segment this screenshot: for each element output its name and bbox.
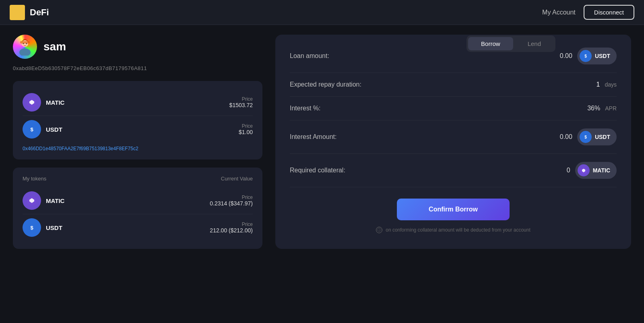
repay-duration-unit: days	[605, 81, 617, 88]
interest-amount-label: Interest Amount:	[290, 133, 337, 141]
interest-usdt-icon: $	[580, 131, 592, 143]
disclaimer-row: ⓘ on conforming collateral amount will b…	[290, 227, 617, 233]
usdt-price-right: Price $1.00	[239, 123, 253, 135]
my-matic-name: MATIC	[46, 197, 64, 204]
usdt-icon-market: $	[23, 120, 41, 139]
my-matic-amount: 0.2314 ($347.97)	[210, 200, 253, 207]
repay-duration-right: 1 days	[597, 81, 617, 88]
tab-lend[interactable]: Lend	[515, 37, 554, 50]
my-token-left-usdt: $ USDT	[23, 218, 62, 237]
token-row-usdt-market: $ USDT Price $1.00	[23, 116, 253, 143]
username: sam	[43, 40, 66, 53]
logo-icon	[10, 5, 25, 20]
usdt-badge-icon: $	[580, 50, 592, 62]
matic-price-right: Price $1503.72	[229, 96, 253, 108]
matic-price-label: Price	[229, 96, 253, 102]
matic-icon-mytoken	[23, 191, 41, 210]
interest-percent-value: 36%	[587, 105, 600, 112]
loan-amount-right: 0.00 $ USDT	[560, 48, 617, 64]
loan-currency-badge[interactable]: $ USDT	[577, 48, 617, 64]
borrow-form: Loan amount: 0.00 $ USDT	[290, 48, 617, 233]
svg-point-1	[19, 48, 31, 56]
collateral-value: 0	[567, 167, 570, 174]
matic-name-market: MATIC	[46, 99, 64, 106]
svg-text:$: $	[30, 126, 33, 133]
interest-apr-unit: APR	[605, 105, 617, 112]
my-tokens-label: My tokens	[23, 176, 46, 182]
interest-right: 36% APR	[587, 105, 617, 112]
interest-amount-right: 0.00 $ USDT	[560, 128, 617, 145]
collateral-matic-icon	[578, 164, 590, 176]
repay-duration-value: 1	[597, 81, 600, 88]
token-left-matic: MATIC	[23, 93, 64, 112]
market-tokens-card: MATIC Price $1503.72 $ USDT	[13, 81, 262, 159]
token-left-usdt: $ USDT	[23, 120, 62, 139]
my-tokens-card: My tokens Current Value MATIC Price	[13, 168, 262, 249]
user-section: sam	[13, 35, 262, 59]
svg-rect-5	[20, 41, 30, 43]
header: DeFi My Account Disconnect	[0, 0, 644, 25]
header-left: DeFi	[10, 5, 49, 20]
interest-amount-row: Interest Amount: 0.00 $ USDT	[290, 120, 617, 154]
main-content: sam 0xabd8EeD5b630578F72eEB06c637dB71795…	[0, 25, 644, 259]
my-usdt-amount: 212.00 ($212.00)	[210, 227, 253, 234]
collateral-row: Required collateral: 0 MATIC	[290, 154, 617, 187]
loan-amount-value: 0.00	[560, 52, 572, 60]
collateral-currency-badge[interactable]: MATIC	[575, 162, 617, 179]
my-usdt-price-label: Price	[210, 222, 253, 227]
header-right: My Account Disconnect	[542, 5, 634, 20]
confirm-borrow-button[interactable]: Confirm Borrow	[397, 199, 510, 220]
interest-amount-value: 0.00	[560, 133, 572, 141]
interest-currency-name: USDT	[595, 134, 610, 140]
disclaimer-text: on conforming collateral amount will be …	[386, 227, 530, 233]
disconnect-button[interactable]: Disconnect	[584, 5, 634, 20]
loan-amount-label: Loan amount:	[290, 52, 329, 60]
avatar	[13, 35, 37, 59]
my-token-row-matic: MATIC Price 0.2314 ($347.97)	[23, 187, 253, 214]
borrow-form-panel: Loan amount: 0.00 $ USDT	[275, 35, 631, 249]
loan-amount-row: Loan amount: 0.00 $ USDT	[290, 48, 617, 73]
svg-text:$: $	[584, 54, 587, 58]
my-usdt-value: Price 212.00 ($212.00)	[210, 222, 253, 234]
matic-price-value: $1503.72	[229, 102, 253, 108]
app-title: DeFi	[30, 7, 49, 18]
my-tokens-header: My tokens Current Value	[23, 176, 253, 182]
svg-text:$: $	[584, 135, 587, 139]
info-icon: ⓘ	[376, 227, 382, 233]
svg-text:$: $	[30, 225, 33, 231]
token-row-matic-market: MATIC Price $1503.72	[23, 89, 253, 116]
usdt-name-market: USDT	[46, 126, 62, 133]
collateral-currency-name: MATIC	[593, 167, 610, 174]
wallet-address: 0xabd8EeD5b630578F72eEB06c637dB7179576A8…	[13, 65, 262, 71]
usdt-price-value: $1.00	[239, 129, 253, 135]
my-token-row-usdt: $ USDT Price 212.00 ($212.00)	[23, 214, 253, 241]
usdt-price-label: Price	[239, 123, 253, 129]
borrow-lend-tabs: Borrow Lend	[466, 35, 555, 52]
usdt-contract-address[interactable]: 0x466DD1e48570FAA2E7f69B75139813e4F8EF75…	[23, 146, 253, 151]
tab-borrow[interactable]: Borrow	[468, 37, 513, 50]
my-usdt-name: USDT	[46, 224, 62, 231]
usdt-icon-mytoken: $	[23, 218, 41, 237]
my-matic-value: Price 0.2314 ($347.97)	[210, 195, 253, 207]
interest-currency-badge[interactable]: $ USDT	[577, 128, 617, 145]
interest-row: Interest %: 36% APR	[290, 97, 617, 120]
collateral-right: 0 MATIC	[567, 162, 617, 179]
interest-label: Interest %:	[290, 105, 320, 112]
my-account-link[interactable]: My Account	[542, 9, 576, 16]
left-panel: sam 0xabd8EeD5b630578F72eEB06c637dB71795…	[13, 35, 262, 249]
collateral-label: Required collateral:	[290, 167, 345, 174]
my-matic-price-label: Price	[210, 195, 253, 200]
repay-duration-row: Expected repay duration: 1 days	[290, 73, 617, 97]
current-value-label: Current Value	[221, 176, 253, 182]
my-token-left-matic: MATIC	[23, 191, 64, 210]
matic-icon-market	[23, 93, 41, 112]
repay-duration-label: Expected repay duration:	[290, 81, 361, 88]
loan-currency-name: USDT	[595, 53, 610, 59]
